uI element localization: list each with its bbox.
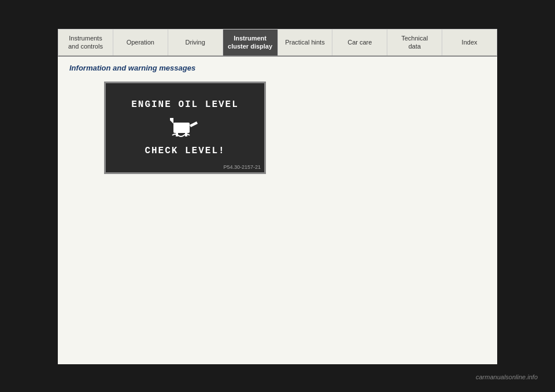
display-line2: CHECK LEVEL! [145, 146, 225, 156]
display-container: ENGINE OIL LEVEL [104, 82, 486, 174]
oil-can-icon [168, 114, 202, 141]
svg-rect-1 [176, 133, 178, 136]
nav-item-instruments[interactable]: Instruments and controls [58, 29, 113, 56]
nav-item-car-care[interactable]: Car care [332, 29, 387, 56]
nav-item-driving[interactable]: Driving [168, 29, 223, 56]
nav-item-instrument-cluster[interactable]: Instrument cluster display [223, 29, 278, 56]
svg-rect-0 [173, 123, 190, 133]
display-reference: P54.30-2157-21 [223, 164, 261, 170]
svg-rect-2 [185, 133, 187, 136]
watermark: carmanualsonline.info [476, 373, 538, 380]
nav-item-index[interactable]: Index [442, 29, 497, 56]
nav-item-technical-data[interactable]: Technical data [387, 29, 442, 56]
nav-item-operation[interactable]: Operation [113, 29, 168, 56]
nav-item-practical-hints[interactable]: Practical hints [278, 29, 333, 56]
content-area: Information and warning messages ENGINE … [58, 57, 497, 181]
nav-bar: Instruments and controlsOperationDriving… [58, 29, 497, 57]
instrument-display: ENGINE OIL LEVEL [104, 82, 266, 174]
display-line1: ENGINE OIL LEVEL [131, 99, 239, 110]
section-title: Information and warning messages [69, 64, 486, 72]
